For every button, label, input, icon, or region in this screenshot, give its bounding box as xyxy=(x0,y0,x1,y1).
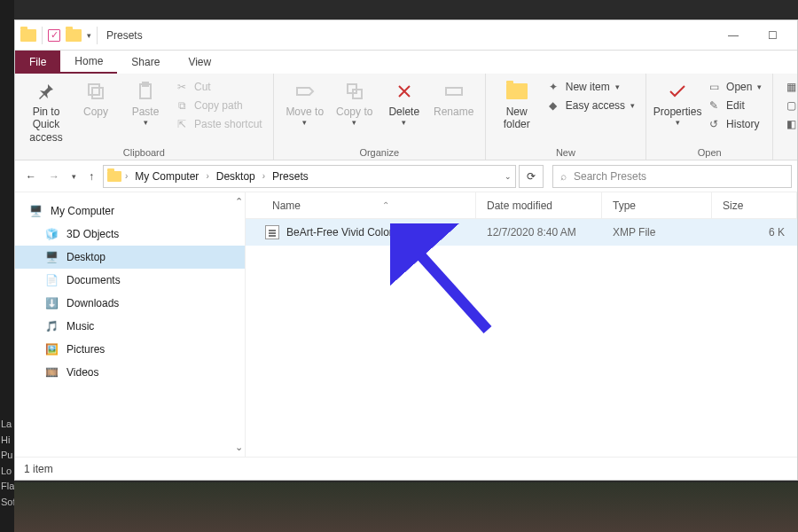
label: Copy to xyxy=(336,106,372,118)
column-size[interactable]: Size xyxy=(712,192,797,218)
label: Documents xyxy=(66,274,121,286)
folder-icon xyxy=(20,29,36,42)
minimize-button[interactable]: — xyxy=(714,22,753,49)
file-icon xyxy=(265,225,279,239)
history-button[interactable]: ↺History xyxy=(703,116,765,132)
label: Delete xyxy=(388,106,419,118)
label: Videos xyxy=(66,366,98,379)
copy-path-button[interactable]: ⧉Copy path xyxy=(171,98,266,113)
computer-icon: 🖥️ xyxy=(27,204,43,218)
move-icon xyxy=(293,79,317,104)
sidebar-item-my-computer[interactable]: 🖥️ My Computer xyxy=(15,200,245,223)
label: My Computer xyxy=(51,205,114,217)
chevron-down-icon: ▾ xyxy=(302,118,307,128)
group-title: Clipboard xyxy=(22,145,266,158)
history-dropdown-icon[interactable]: ▾ xyxy=(72,172,76,181)
chevron-down-icon: ▾ xyxy=(757,82,762,91)
sort-asc-icon: ⌃ xyxy=(382,200,389,210)
label: Open xyxy=(726,81,752,93)
rename-button[interactable]: Rename xyxy=(430,77,478,120)
sidebar-item-documents[interactable]: 📄Documents xyxy=(15,269,245,292)
invert-selection-button[interactable]: ◧Invert selection xyxy=(780,116,798,132)
open-button[interactable]: ▭Open ▾ xyxy=(703,79,765,95)
back-button[interactable]: ← xyxy=(26,170,36,183)
label: Paste xyxy=(132,106,160,118)
select-none-button[interactable]: ▢Select none xyxy=(780,98,798,113)
new-item-button[interactable]: ✦New item ▾ xyxy=(543,79,638,95)
folder-icon xyxy=(107,171,121,182)
chevron-down-icon: ▾ xyxy=(630,101,635,110)
qat-properties-icon[interactable]: ✓ xyxy=(48,29,60,42)
desktop-icon: 🖥️ xyxy=(43,250,59,264)
scroll-down-icon[interactable]: ⌄ xyxy=(235,442,243,453)
video-icon: 🎞️ xyxy=(43,365,59,379)
tab-file[interactable]: File xyxy=(15,51,60,74)
column-headers: Name⌃ Date modified Type Size xyxy=(246,192,797,219)
edit-button[interactable]: ✎Edit xyxy=(703,98,765,113)
group-select: ▦Select all ▢Select none ◧Invert selecti… xyxy=(773,74,798,160)
group-new: New folder ✦New item ▾ ◆Easy access ▾ Ne… xyxy=(486,74,646,160)
navigation-pane[interactable]: ⌃ ⌄ 🖥️ My Computer 🧊3D Objects 🖥️Desktop… xyxy=(15,192,246,457)
nav-arrows: ← → ▾ ↑ xyxy=(20,170,99,183)
column-type[interactable]: Type xyxy=(602,192,712,218)
content-area: ⌃ ⌄ 🖥️ My Computer 🧊3D Objects 🖥️Desktop… xyxy=(15,192,797,457)
open-icon: ▭ xyxy=(707,80,721,94)
delete-button[interactable]: Delete▾ xyxy=(380,77,428,129)
sidebar-item-pictures[interactable]: 🖼️Pictures xyxy=(15,338,245,361)
new-folder-button[interactable]: New folder xyxy=(493,77,541,133)
breadcrumb-segment[interactable]: My Computer xyxy=(131,170,202,183)
tab-home[interactable]: Home xyxy=(60,51,117,74)
title-bar: ✓ ▾ Presets — ☐ xyxy=(15,20,797,51)
label: Music xyxy=(66,320,94,332)
pin-to-quick-access-button[interactable]: Pin to Quick access xyxy=(22,77,70,145)
search-box[interactable]: ⌕ Search Presets xyxy=(552,165,792,188)
label: Cut xyxy=(194,81,211,93)
explorer-window: ✓ ▾ Presets — ☐ File Home Share View Pin… xyxy=(14,20,798,481)
pin-icon xyxy=(34,79,59,104)
scroll-up-icon[interactable]: ⌃ xyxy=(235,196,243,207)
group-clipboard: Pin to Quick access Copy Paste ▾ ✂Cut ⧉C… xyxy=(15,74,274,160)
breadcrumb-segment[interactable]: Presets xyxy=(269,170,312,183)
breadcrumb-bar[interactable]: › My Computer › Desktop › Presets ⌄ xyxy=(103,165,516,188)
sidebar-item-downloads[interactable]: ⬇️Downloads xyxy=(15,292,245,315)
group-organize: Move to▾ Copy to▾ Delete▾ Rename Organiz… xyxy=(274,74,486,160)
chevron-right-icon: › xyxy=(261,171,267,181)
breadcrumb-segment[interactable]: Desktop xyxy=(213,170,259,183)
copy-button[interactable]: Copy xyxy=(72,77,120,120)
label: New folder xyxy=(497,106,537,131)
group-title: New xyxy=(493,145,638,158)
sidebar-item-3d-objects[interactable]: 🧊3D Objects xyxy=(15,223,245,246)
paste-button[interactable]: Paste ▾ xyxy=(121,77,169,129)
move-to-button[interactable]: Move to▾ xyxy=(281,77,329,129)
easy-access-button[interactable]: ◆Easy access ▾ xyxy=(543,98,638,113)
tab-share[interactable]: Share xyxy=(117,51,174,74)
history-icon: ↺ xyxy=(707,117,721,131)
column-name[interactable]: Name⌃ xyxy=(246,192,476,218)
group-open: Properties▾ ▭Open ▾ ✎Edit ↺History Open xyxy=(646,74,773,160)
cut-button[interactable]: ✂Cut xyxy=(171,79,266,95)
maximize-button[interactable]: ☐ xyxy=(753,22,792,49)
forward-button[interactable]: → xyxy=(49,170,59,183)
copy-to-icon xyxy=(342,79,367,104)
separator xyxy=(97,27,98,44)
sidebar-item-desktop[interactable]: 🖥️Desktop xyxy=(15,246,245,269)
tab-view[interactable]: View xyxy=(174,51,225,74)
sidebar-item-videos[interactable]: 🎞️Videos xyxy=(15,361,245,384)
properties-button[interactable]: Properties▾ xyxy=(653,77,701,129)
file-row[interactable]: BeArt-Free Vivid Colors.xmp 12/7/2020 8:… xyxy=(246,219,797,246)
label: Downloads xyxy=(66,297,119,309)
qat-dropdown-icon[interactable]: ▾ xyxy=(87,31,91,40)
select-all-button[interactable]: ▦Select all xyxy=(780,79,798,95)
group-title: Organize xyxy=(281,145,478,158)
label: 3D Objects xyxy=(66,228,119,240)
copy-to-button[interactable]: Copy to▾ xyxy=(331,77,379,129)
file-date: 12/7/2020 8:40 AM xyxy=(476,226,602,239)
up-button[interactable]: ↑ xyxy=(89,170,94,183)
chevron-down-icon[interactable]: ⌄ xyxy=(505,172,512,181)
column-date[interactable]: Date modified xyxy=(476,192,602,218)
paste-shortcut-button[interactable]: ⇱Paste shortcut xyxy=(171,116,266,132)
sidebar-item-music[interactable]: 🎵Music xyxy=(15,315,245,338)
rename-icon xyxy=(442,79,466,104)
label: Desktop xyxy=(66,251,106,263)
refresh-button[interactable]: ⟳ xyxy=(519,165,544,188)
